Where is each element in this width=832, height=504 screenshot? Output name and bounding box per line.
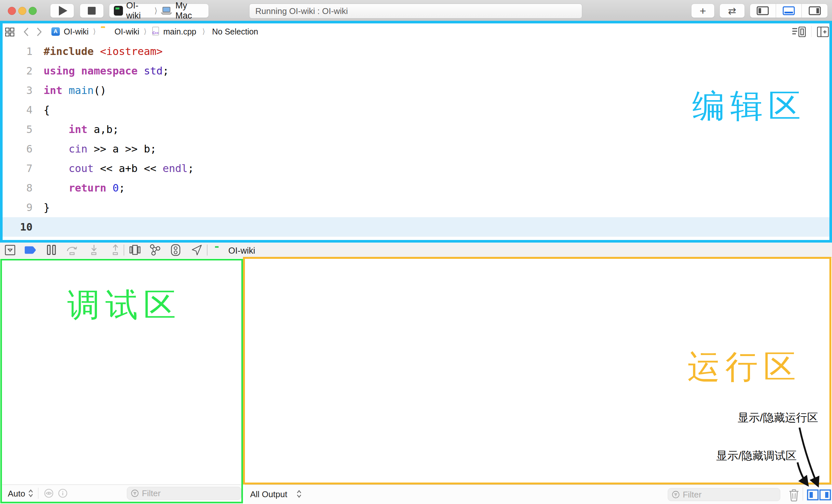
inspector-panel-icon [809,6,821,15]
info-icon [58,489,67,498]
stepper-chevrons-icon[interactable] [296,490,302,498]
add-editor-icon[interactable] [817,27,829,37]
related-items-icon[interactable] [5,28,14,36]
stop-button[interactable] [80,4,104,18]
jumpbar-divider [811,26,811,37]
stop-icon [88,7,96,15]
forward-chevron-icon[interactable] [36,27,42,36]
run-button[interactable] [50,4,74,18]
filter-icon [131,489,138,498]
toggle-inspector-button[interactable] [801,4,828,18]
toolbar-divider [124,244,124,256]
step-out-icon [110,244,121,255]
console-region-label: 运行区 [687,345,801,389]
line-number: 3 [3,84,38,97]
view-hierarchy-icon[interactable] [129,245,140,255]
console-filter-input[interactable] [682,489,776,500]
navigator-panel-icon [757,6,769,15]
activity-status-text: Running OI-wiki : OI-wiki [255,6,348,16]
line-number: 6 [3,143,38,155]
code-line-7[interactable]: 7 cout << a+b << endl; [3,159,829,178]
scope-selector[interactable]: Auto [8,489,25,499]
laptop-icon [161,6,172,15]
code-line-10[interactable]: 10 [3,217,829,237]
code-line-8[interactable]: 8 return 0; [3,178,829,198]
code-line-2[interactable]: 2using namespace std; [3,61,829,81]
scheme-separator: ⟩ [155,6,157,15]
project-icon: A [51,27,60,36]
filter-icon [672,490,679,499]
source-editor[interactable]: 1#include <iostream>2using namespace std… [3,42,829,237]
back-chevron-icon[interactable] [23,27,29,36]
breadcrumb-separator: ⟩ [93,27,96,36]
minimize-window-button[interactable] [18,7,26,15]
debug-toolbar [0,243,832,258]
title-bar: OI-wiki ⟩ My Mac Running OI-wiki : OI-wi… [0,0,832,21]
output-scope-selector[interactable]: All Output [250,489,287,500]
variables-filter-input[interactable] [141,488,237,499]
bar-divider [38,488,38,499]
quick-look-eye-icon [44,489,54,498]
line-number: 2 [3,65,38,77]
environment-overrides-icon[interactable] [170,244,181,256]
annotation-arrows [781,423,832,504]
close-window-button[interactable] [8,7,16,15]
breadcrumb-project[interactable]: OI-wiki [64,27,88,36]
step-into-icon [88,244,100,255]
xcode-window: OI-wiki ⟩ My Mac Running OI-wiki : OI-wi… [0,0,832,504]
panel-toggle-group [750,4,828,18]
line-number: 1 [3,45,38,57]
debug-region-label: 调试区 [67,284,181,327]
run-destination-label: My Mac [175,1,204,21]
line-number: 7 [3,162,38,175]
toggle-navigator-button[interactable] [750,4,776,18]
process-label: OI-wiki [228,246,255,256]
play-icon [59,6,67,16]
editor-region-label: 编辑区 [692,84,806,128]
code-line-6[interactable]: 6 cin >> a >> b; [3,139,829,159]
memory-graph-icon[interactable] [149,244,161,256]
line-number: 10 [3,221,38,233]
toolbar-divider [207,244,208,256]
console-bar: All Output [244,484,832,504]
arrow-to-debug-toggle [798,462,807,484]
breadcrumb-separator: ⟩ [144,27,147,36]
line-number: 4 [3,104,38,116]
breadcrumb-separator: ⟩ [202,27,205,36]
editor-options-icon[interactable] [792,27,806,37]
variables-view-bar: Auto [2,484,241,502]
scheme-target-label: OI-wiki [126,1,151,21]
line-number: 9 [3,201,38,214]
plus-icon: + [700,4,706,17]
activity-viewer: Running OI-wiki : OI-wiki [249,4,582,19]
code-line-1[interactable]: 1#include <iostream> [3,42,829,61]
variables-filter-field[interactable] [127,487,241,500]
simulate-location-icon[interactable] [190,244,202,256]
line-number: 8 [3,182,38,194]
console-filter-field[interactable] [668,488,780,501]
scheme-selector[interactable]: OI-wiki ⟩ My Mac [109,4,209,18]
breakpoints-toggle-icon[interactable] [25,246,36,255]
stepper-chevrons-icon[interactable] [28,489,33,498]
step-over-icon [67,244,78,255]
library-add-button[interactable]: + [691,4,714,18]
hide-debug-area-icon[interactable] [5,245,15,255]
scheme-app-icon [114,6,123,16]
toggle-debug-area-button[interactable] [776,4,802,18]
breadcrumb-file[interactable]: main.cpp [163,27,196,36]
editor-arrange-button[interactable]: ⇄ [720,4,745,18]
cpp-file-icon: C++ [152,27,159,35]
breadcrumb-selection[interactable]: No Selection [212,27,258,36]
pause-icon[interactable] [47,245,56,255]
zoom-window-button[interactable] [29,7,37,15]
swap-arrows-icon: ⇄ [728,5,736,17]
breadcrumb-group[interactable]: OI-wiki [114,27,139,36]
code-line-9[interactable]: 9} [3,198,829,217]
debug-panel-icon-active [783,6,795,15]
line-number: 5 [3,123,38,136]
